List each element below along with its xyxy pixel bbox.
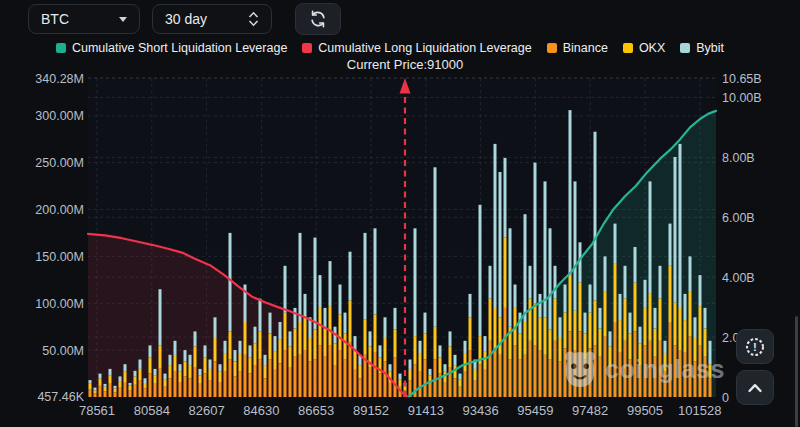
legend-swatch-long: [302, 43, 312, 53]
legend-item-bybit[interactable]: Bybit: [680, 41, 724, 55]
svg-text:250.00M: 250.00M: [35, 156, 84, 170]
range-select[interactable]: 30 day: [152, 4, 272, 34]
legend-swatch-short: [56, 43, 66, 53]
svg-text:89152: 89152: [353, 403, 389, 418]
stepper-icon: [248, 10, 259, 28]
svg-text:80584: 80584: [134, 403, 170, 418]
legend-swatch-bybit: [680, 43, 690, 53]
scrollbar-thumb[interactable]: [795, 316, 798, 427]
svg-text:300.00M: 300.00M: [35, 109, 84, 123]
coinglass-liquidation-panel: 340.28M300.00M250.00M200.00M150.00M100.0…: [0, 0, 800, 427]
legend-swatch-okx: [623, 43, 633, 53]
svg-text:100.00M: 100.00M: [35, 297, 84, 311]
svg-text:340.28M: 340.28M: [35, 72, 84, 86]
svg-text:8.00B: 8.00B: [722, 151, 755, 165]
chevron-up-icon: [745, 378, 765, 398]
svg-text:91413: 91413: [408, 403, 444, 418]
legend-label: OKX: [639, 41, 665, 55]
legend-label: Bybit: [696, 41, 724, 55]
svg-text:!: !: [753, 341, 757, 353]
symbol-select[interactable]: BTC: [28, 4, 140, 34]
refresh-icon: [308, 9, 328, 29]
svg-text:6.00B: 6.00B: [722, 211, 755, 225]
svg-text:0: 0: [722, 391, 729, 405]
svg-text:84630: 84630: [243, 403, 279, 418]
legend-item-cumulative-long[interactable]: Cumulative Long Liquidation Leverage: [302, 41, 531, 55]
current-price-label: Current Price:91000: [347, 57, 463, 72]
svg-text:78561: 78561: [79, 403, 115, 418]
svg-text:4.00B: 4.00B: [722, 271, 755, 285]
svg-text:93436: 93436: [463, 403, 499, 418]
svg-text:10.65B: 10.65B: [722, 72, 762, 86]
legend-item-okx[interactable]: OKX: [623, 41, 665, 55]
svg-text:95459: 95459: [517, 403, 553, 418]
indicator-settings-button[interactable]: !: [736, 329, 774, 364]
badge-exclamation-icon: !: [744, 336, 766, 358]
svg-text:97482: 97482: [572, 403, 608, 418]
legend-label: Cumulative Long Liquidation Leverage: [318, 41, 531, 55]
svg-text:86653: 86653: [298, 403, 334, 418]
legend-item-cumulative-short[interactable]: Cumulative Short Liquidation Leverage: [56, 41, 287, 55]
chevron-down-icon: [119, 17, 127, 22]
svg-text:50.00M: 50.00M: [42, 344, 84, 358]
legend-swatch-binance: [547, 43, 557, 53]
svg-text:101528: 101528: [678, 403, 721, 418]
svg-text:82607: 82607: [189, 403, 225, 418]
svg-text:457.46K: 457.46K: [37, 390, 84, 404]
legend-label: Cumulative Short Liquidation Leverage: [72, 41, 287, 55]
svg-text:99505: 99505: [627, 403, 663, 418]
svg-text:150.00M: 150.00M: [35, 250, 84, 264]
svg-text:10.00B: 10.00B: [722, 91, 762, 105]
toolbar: BTC 30 day: [0, 0, 800, 38]
range-select-value: 30 day: [165, 11, 207, 27]
chart-legend: Cumulative Short Liquidation Leverage Cu…: [40, 39, 740, 56]
legend-item-binance[interactable]: Binance: [547, 41, 608, 55]
legend-label: Binance: [563, 41, 608, 55]
symbol-select-value: BTC: [41, 11, 69, 27]
svg-text:200.00M: 200.00M: [35, 203, 84, 217]
scroll-to-top-button[interactable]: [736, 370, 774, 405]
refresh-button[interactable]: [295, 3, 341, 35]
